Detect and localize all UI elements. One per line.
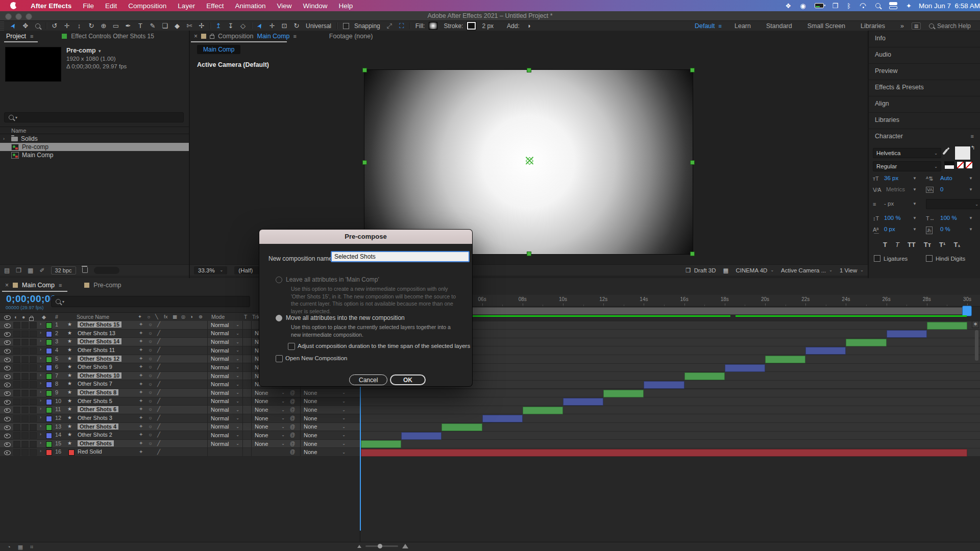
switch-cell[interactable] [13,424,20,431]
timeline-panel-menu-icon[interactable]: ≡ [59,282,62,288]
workspace-standard[interactable]: Standard [758,22,800,30]
video-switch[interactable] [4,365,11,371]
layer-name[interactable]: Other Shots 9 [78,364,112,370]
switch-cell[interactable] [30,381,37,388]
layer-label-color[interactable] [46,399,52,405]
layer-name[interactable]: Red Solid [78,448,102,455]
work-area-end-handle[interactable] [962,306,972,316]
video-switch[interactable] [4,340,11,346]
video-switch[interactable] [4,433,11,439]
switch-cell[interactable] [13,339,20,345]
close-tab-icon[interactable]: × [194,33,198,40]
tab-project[interactable]: Project [6,33,26,40]
layer-label-color[interactable] [46,348,52,354]
layer-name[interactable]: Other Shots 12 [78,356,121,362]
layer-label-color[interactable] [46,441,52,447]
twirl-icon[interactable]: › [3,136,8,141]
layer-switch-icon-2[interactable]: ╱ [157,449,160,455]
layer-switch-icon-1[interactable]: ☼ [148,338,153,344]
snapping-checkbox[interactable] [343,23,349,29]
axis-world-button[interactable]: ↧ [225,21,237,31]
workspace-libraries[interactable]: Libraries [853,22,893,30]
menu-window[interactable]: Window [298,2,333,10]
switch-cell[interactable] [30,432,37,439]
blend-mode-dropdown[interactable]: Normal⌄ [207,363,243,371]
video-switch[interactable] [4,408,11,414]
switch-cell[interactable] [13,381,20,388]
menu-effect[interactable]: Effect [201,2,229,10]
faux-bold-button[interactable]: T [883,241,887,248]
label-column-icon[interactable]: ◆ [42,314,46,320]
switch-cell[interactable] [30,441,37,447]
timeline-tab-main-comp[interactable]: Main Comp [22,282,55,289]
project-item-main-comp[interactable]: Main Comp [0,151,189,159]
snap-options-icon[interactable]: ⤢ [383,21,396,31]
gizmo-scale-button[interactable]: ⊡ [278,21,290,31]
layer-switch-icon-0[interactable]: ✦ [139,389,143,395]
layer-label-color[interactable] [46,357,52,363]
all-caps-button[interactable]: TT [908,241,916,248]
open-new-composition-label[interactable]: Open New Composition [285,355,347,361]
workspace-default[interactable]: Default [687,22,723,30]
layer-switch-icon-2[interactable]: ╱ [157,406,160,412]
layer-switch-icon-2[interactable]: ╱ [157,440,160,446]
layer-bar-other-shots-3[interactable] [482,415,523,422]
stroke-swatch[interactable] [467,22,476,30]
twirl-icon[interactable]: › [40,381,41,386]
dialog-title[interactable]: Pre-compose [259,230,472,244]
workspace-learn[interactable]: Learn [727,22,758,30]
layer-name[interactable]: Other Shots 5 [78,398,112,404]
faux-italic-button[interactable]: T [895,241,899,248]
switch-cell[interactable] [30,356,37,363]
layer-switch-icon-1[interactable]: ☼ [148,406,153,412]
layer-switch-icon-2[interactable]: ╱ [157,389,160,395]
layer-label-color[interactable] [46,416,52,422]
layer-switch-icon-0[interactable]: ✦ [139,381,143,387]
layer-switch-icon-1[interactable]: ☼ [148,440,153,446]
layer-label-color[interactable] [46,424,52,431]
switch-cell[interactable] [13,415,20,422]
layer-switch-icon-1[interactable]: ☼ [148,415,153,420]
switch-cell[interactable] [30,407,37,413]
baseline-shift-value[interactable]: 0 px [884,226,895,232]
switch-cell[interactable] [21,415,29,422]
bluetooth-icon[interactable]: ᛒ [847,2,851,10]
axis-local-button[interactable]: ↥ [212,21,225,31]
brush-tool[interactable]: ✎ [146,21,159,31]
parent-dropdown[interactable]: None⌄ [300,414,349,422]
blend-mode-dropdown[interactable]: Normal⌄ [207,423,243,431]
layer-bar-other-shots-12[interactable] [765,356,805,363]
layer-switch-icon-2[interactable]: ╱ [157,415,160,420]
switch-cell[interactable] [21,373,29,380]
layer-label-color[interactable] [46,390,52,396]
workspace-small-screen[interactable]: Small Screen [800,22,853,30]
video-switch[interactable] [4,323,11,329]
axis-view-button[interactable]: ◇ [237,21,249,31]
add-shape-icon[interactable]: ◑ [523,21,535,31]
layer-switch-icon-1[interactable]: ☼ [148,389,153,395]
layer-bar-red-solid[interactable] [361,449,967,457]
panel-character-header[interactable]: Character ≡ [869,129,980,143]
video-switch[interactable] [4,450,11,456]
trkmat-dropdown[interactable]: None⌄ [251,406,288,414]
layer-bar-other-shots-14[interactable] [846,339,886,346]
layer-switch-icon-1[interactable]: ☼ [148,381,153,387]
menu-layer[interactable]: Layer [172,2,201,10]
switch-cell[interactable] [13,331,20,337]
hand-tool[interactable]: ✥ [19,21,32,31]
parent-pickwhip-icon[interactable]: @ [290,390,295,395]
video-switch[interactable] [4,425,11,431]
project-item-pre-comp[interactable]: Pre-comp [0,143,189,151]
timeline-footer-icon-3[interactable]: ⌗ [30,544,33,550]
timeline-vertical-scrollbar[interactable] [975,330,978,361]
twirl-icon[interactable]: › [40,415,41,420]
switch-cell[interactable] [30,347,37,354]
font-family-dropdown[interactable]: Helvetica⌄ [873,148,941,158]
switch-cell[interactable] [21,407,29,413]
layer-name[interactable]: Other Shots 14 [78,338,121,344]
switch-cell[interactable] [30,322,37,329]
pan-behind-tool[interactable]: ⊕ [97,21,110,31]
tsume-value[interactable]: 0 % [940,226,950,232]
panel-align-header[interactable]: Align [869,96,980,111]
menu-edit[interactable]: Edit [100,2,122,10]
